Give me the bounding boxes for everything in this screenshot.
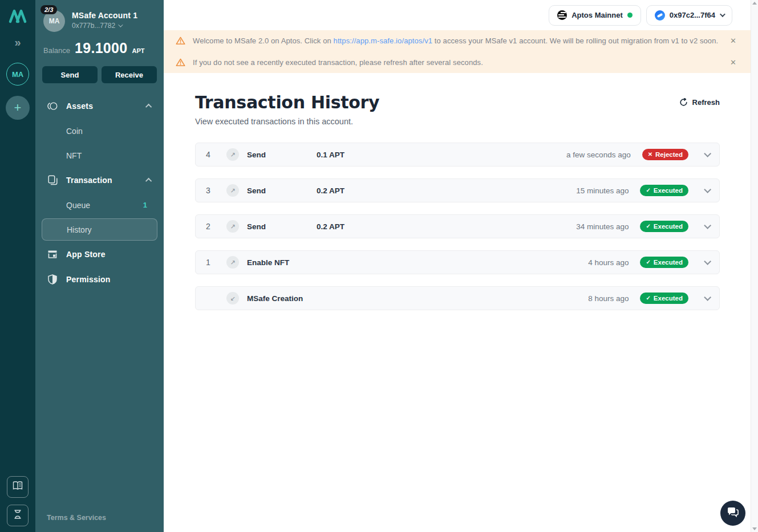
transaction-row[interactable]: 4 ↗ Send 0.1 APT a few seconds ago ✕Reje…: [195, 143, 720, 166]
tx-amount: 0.2 APT: [317, 186, 344, 195]
status-label: Executed: [654, 187, 683, 194]
tx-type: Send: [247, 151, 317, 159]
chevron-down-icon[interactable]: [704, 222, 711, 229]
chevron-down-icon[interactable]: [704, 294, 711, 301]
status-badge: ✓Executed: [640, 293, 688, 304]
tx-amount: 0.1 APT: [317, 151, 344, 159]
content-header: Transaction History View executed transa…: [195, 92, 720, 126]
rail-account-avatar[interactable]: MA: [6, 63, 29, 86]
tx-type: MSafe Creation: [247, 294, 317, 303]
shield-icon: [47, 274, 58, 285]
tx-sequence-number: 2: [206, 222, 218, 231]
expand-sidebar-icon[interactable]: »: [14, 36, 21, 48]
send-arrow-icon: ↗: [226, 148, 239, 161]
sidebar-item-label: App Store: [66, 250, 106, 259]
close-icon[interactable]: ✕: [728, 56, 739, 68]
sidebar-item-queue[interactable]: Queue 1: [42, 193, 157, 217]
chevron-down-icon[interactable]: [704, 258, 711, 265]
status-badge: ✓Executed: [640, 221, 688, 232]
sidebar-nav: Assets Coin NFT Transaction Queue 1 Hist…: [35, 94, 164, 292]
status-x-icon: ✕: [648, 152, 652, 157]
chevron-down-icon[interactable]: [704, 186, 711, 193]
tx-sequence-number: 3: [206, 186, 218, 195]
status-label: Executed: [654, 259, 683, 266]
account-avatar: MA 2/3: [43, 10, 65, 32]
account-meta: MSafe Account 1 0x777b...7782: [72, 10, 137, 30]
storefront-icon: [47, 249, 58, 259]
banner-text-post: to access your MSafe v1 account. We will…: [432, 36, 718, 45]
tx-time: 8 hours ago: [588, 294, 629, 303]
refresh-button[interactable]: Refresh: [679, 98, 720, 107]
sidebar-item-permission[interactable]: Permission: [42, 267, 157, 292]
aptos-network-icon: [557, 10, 567, 20]
transaction-row[interactable]: 1 ↗ Enable NFT 4 hours ago ✓Executed: [195, 250, 720, 274]
receive-arrow-icon: ↙: [226, 292, 239, 304]
msafe-logo-icon: [7, 7, 28, 26]
close-icon[interactable]: ✕: [728, 35, 739, 47]
transaction-row[interactable]: ↙ MSafe Creation 8 hours ago ✓Executed: [195, 286, 720, 310]
status-label: Rejected: [655, 151, 683, 158]
network-status-dot: [627, 13, 633, 18]
network-selector-button[interactable]: Aptos Mainnet: [549, 5, 641, 26]
sidebar-item-label: NFT: [66, 151, 82, 160]
vertical-scrollbar[interactable]: [751, 0, 758, 532]
alert-banners: Welcome to MSafe 2.0 on Aptos. Click on …: [164, 30, 751, 73]
msafe-v1-link[interactable]: https://app.m-safe.io/aptos/v1: [334, 36, 433, 45]
status-check-icon: ✓: [646, 188, 650, 193]
migration-alert-banner: Welcome to MSafe 2.0 on Aptos. Click on …: [164, 30, 751, 52]
banner-text: If you do not see a recently executed tr…: [193, 58, 483, 67]
activity-button[interactable]: [7, 505, 29, 526]
status-badge: ✓Executed: [640, 185, 688, 196]
support-chat-button[interactable]: [720, 501, 745, 526]
tx-type: Send: [247, 222, 317, 231]
title-block: Transaction History View executed transa…: [195, 92, 379, 126]
sidebar-item-nft[interactable]: NFT: [42, 143, 157, 168]
terms-link[interactable]: Terms & Services: [35, 514, 164, 532]
coins-icon: [47, 101, 58, 111]
status-label: Executed: [654, 223, 683, 230]
refresh-label: Refresh: [692, 98, 720, 107]
avatar-initials: MA: [49, 17, 60, 25]
account-header: MA 2/3 MSafe Account 1 0x777b...7782: [35, 0, 164, 32]
account-sidebar: MA 2/3 MSafe Account 1 0x777b...7782 Bal…: [35, 0, 164, 532]
page-subtitle: View executed transactions in this accou…: [195, 117, 379, 126]
sidebar-item-label: History: [67, 225, 92, 234]
status-badge: ✕Rejected: [642, 149, 688, 160]
wallet-address-label: 0x97c2...7f64: [670, 11, 715, 19]
transaction-row[interactable]: 3 ↗ Send 0.2 APT 15 minutes ago ✓Execute…: [195, 178, 720, 202]
tx-time: a few seconds ago: [566, 151, 631, 159]
scroll-down-arrow-icon[interactable]: [752, 527, 757, 530]
sidebar-item-assets[interactable]: Assets: [42, 94, 157, 119]
balance-value: 19.1000: [75, 40, 127, 56]
status-check-icon: ✓: [646, 295, 650, 301]
sidebar-item-app-store[interactable]: App Store: [42, 242, 157, 267]
balance-unit: APT: [132, 47, 144, 54]
sidebar-item-coin[interactable]: Coin: [42, 119, 157, 143]
banner-text: Welcome to MSafe 2.0 on Aptos. Click on …: [193, 36, 718, 45]
sidebar-item-history[interactable]: History: [42, 218, 157, 241]
chevron-up-icon: [145, 178, 152, 184]
send-button[interactable]: Send: [42, 66, 98, 83]
send-arrow-icon: ↗: [226, 256, 239, 269]
tx-time: 15 minutes ago: [576, 186, 629, 195]
sidebar-item-transaction[interactable]: Transaction: [42, 168, 157, 193]
refresh-alert-banner: If you do not see a recently executed tr…: [164, 52, 751, 74]
tx-type: Enable NFT: [247, 258, 317, 267]
left-rail: » MA +: [0, 0, 35, 532]
chevron-down-icon[interactable]: [704, 150, 711, 157]
wallet-icon: [655, 10, 665, 21]
hourglass-icon: [13, 509, 22, 522]
main-area: Aptos Mainnet 0x97c2...7f64 Welcome to M…: [164, 0, 751, 532]
tx-time: 34 minutes ago: [576, 222, 629, 231]
receive-button[interactable]: Receive: [102, 66, 157, 83]
docs-button[interactable]: [7, 476, 29, 498]
status-badge: ✓Executed: [640, 257, 688, 268]
transaction-row[interactable]: 2 ↗ Send 0.2 APT 34 minutes ago ✓Execute…: [195, 214, 720, 238]
tx-time: 4 hours ago: [588, 258, 629, 267]
wallet-address-button[interactable]: 0x97c2...7f64: [646, 5, 732, 26]
send-arrow-icon: ↗: [226, 220, 239, 233]
refresh-icon: [679, 98, 688, 107]
account-address-dropdown[interactable]: 0x777b...7782: [72, 22, 137, 30]
scroll-up-arrow-icon[interactable]: [752, 2, 757, 5]
add-account-button[interactable]: +: [6, 96, 30, 120]
